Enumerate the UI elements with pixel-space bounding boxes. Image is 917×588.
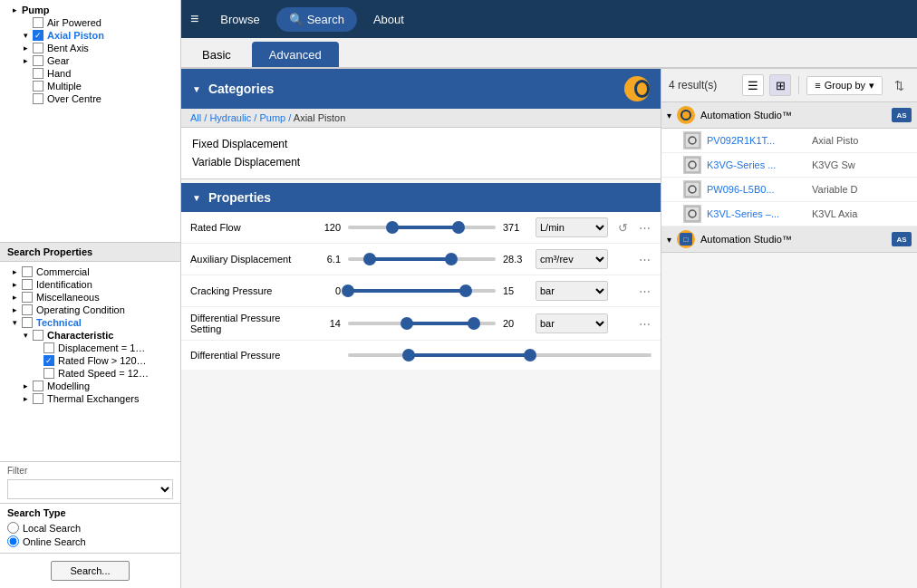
category-item-fixed[interactable]: Fixed Displacement [192,135,650,153]
checkbox-axial-piston[interactable] [33,30,43,41]
tree-expand-thermal-exchangers[interactable]: ▸ [20,393,31,404]
checkbox-displacement[interactable] [43,342,54,353]
tree-item-identification[interactable]: ▸ Identification [0,278,180,291]
browse-nav-button[interactable]: Browse [208,7,272,32]
about-nav-button[interactable]: About [361,7,417,32]
tree-item-axial-piston[interactable]: ▾ Axial Piston [0,29,180,42]
tree-item-rated-flow[interactable]: Rated Flow > 120 L/m [0,354,180,367]
category-item-variable[interactable]: Variable Displacement [192,153,650,171]
slider-thumb-left-rated-flow[interactable] [386,221,399,234]
slider-thumb-right-aux[interactable] [445,253,458,265]
slider-thumb-right-diff[interactable] [468,317,480,330]
online-search-input[interactable] [7,535,19,547]
tree-item-gear[interactable]: ▸ Gear [0,54,180,67]
checkbox-commercial[interactable] [22,266,33,277]
breadcrumb-pump[interactable]: Pump [259,112,285,123]
result-item-k3vl[interactable]: K3VL-Series –... K3VL Axia [661,202,917,227]
tree-item-multiple[interactable]: Multiple [0,80,180,92]
result-item-pw096[interactable]: PW096-L5B0... Variable D [661,178,917,202]
result-item-pv092[interactable]: PV092R1K1T... Axial Pisto [661,129,917,153]
tree-expand-pump[interactable]: ▸ [9,5,20,15]
slider-rated-flow[interactable] [348,218,496,236]
breadcrumb-all[interactable]: All [190,112,201,123]
checkbox-gear[interactable] [33,55,43,66]
checkbox-technical[interactable] [22,317,33,328]
tree-expand-miscellaneous[interactable]: ▸ [9,292,20,303]
slider-diff-pressure[interactable] [348,346,652,364]
slider-aux-displacement[interactable] [348,250,496,268]
unit-select-rated-flow[interactable]: L/min [536,217,608,237]
checkbox-multiple[interactable] [33,81,43,92]
tree-item-miscellaneous[interactable]: ▸ Miscellaneous [0,291,180,304]
more-icon-aux[interactable]: ⋯ [637,253,652,266]
more-icon-rated-flow[interactable]: ⋯ [637,221,652,235]
tab-advanced[interactable]: Advanced [252,42,339,67]
slider-thumb-right-cracking[interactable] [459,284,472,297]
checkbox-modelling[interactable] [33,381,43,391]
local-search-radio[interactable]: Local Search [7,522,173,534]
result-name-pw096[interactable]: PW096-L5B0... [707,184,806,195]
tree-item-rated-speed[interactable]: Rated Speed = 1200 [0,367,180,380]
slider-diff-pressure-setting[interactable] [348,314,496,333]
tree-item-displacement[interactable]: Displacement = 100 ( [0,342,180,354]
list-view-button[interactable]: ☰ [742,74,764,96]
refresh-icon-aux[interactable]: ↺ [615,253,630,266]
tree-expand-axial-piston[interactable]: ▾ [20,30,31,41]
slider-thumb-left-dp[interactable] [402,349,415,361]
tree-expand-gear[interactable]: ▸ [20,55,31,66]
sort-button[interactable]: ⇅ [888,74,910,96]
slider-thumb-right-dp[interactable] [524,349,536,361]
tree-item-pump[interactable]: ▸ Pump [0,4,180,16]
unit-select-cracking-pressure[interactable]: bar [536,281,608,301]
tree-item-hand[interactable]: Hand [0,67,180,80]
slider-thumb-right-rated-flow[interactable] [452,221,465,234]
tree-item-thermal-exchangers[interactable]: ▸ Thermal Exchangers [0,392,180,405]
result-name-k3vl[interactable]: K3VL-Series –... [707,208,806,219]
tree-item-air-powered[interactable]: Air Powered [0,16,180,29]
search-button[interactable]: Search... [51,561,129,581]
tree-item-technical[interactable]: ▾ Technical [0,316,180,329]
tree-item-operating-condition[interactable]: ▸ Operating Condition [0,304,180,316]
checkbox-thermal-exchangers[interactable] [33,393,43,404]
tree-item-commercial[interactable]: ▸ Commercial [0,265,180,278]
tree-expand-identification[interactable]: ▸ [9,279,20,290]
refresh-icon-cracking[interactable]: ↺ [615,284,630,298]
categories-triangle-icon[interactable]: ▼ [192,84,201,94]
checkbox-operating-condition[interactable] [22,304,33,315]
checkbox-over-centre[interactable] [33,93,43,104]
hamburger-icon[interactable]: ≡ [190,11,198,27]
online-search-radio[interactable]: Online Search [7,535,173,547]
tree-expand-operating-condition[interactable]: ▸ [9,304,20,315]
refresh-icon-rated-flow[interactable]: ↺ [615,221,630,235]
more-icon-cracking[interactable]: ⋯ [637,284,652,298]
tree-item-bent-axis[interactable]: ▸ Bent Axis [0,42,180,54]
result-name-k3vg[interactable]: K3VG-Series ... [707,159,806,170]
checkbox-bent-axis[interactable] [33,43,43,53]
properties-triangle-icon[interactable]: ▼ [192,193,201,203]
tree-expand-technical[interactable]: ▾ [9,317,20,328]
breadcrumb-hydraulic[interactable]: Hydraulic [209,112,251,123]
slider-thumb-left-diff[interactable] [401,317,413,330]
group-by-button[interactable]: ≡ Group by ▾ [806,76,883,95]
checkbox-air-powered[interactable] [33,17,43,28]
result-name-pv092[interactable]: PV092R1K1T... [707,135,806,146]
tree-expand-characteristic[interactable]: ▾ [20,330,31,341]
grid-view-button[interactable]: ⊞ [769,74,791,96]
filter-select[interactable] [7,479,173,499]
more-icon-diff[interactable]: ⋯ [637,317,652,331]
checkbox-characteristic[interactable] [33,330,43,341]
tree-expand-modelling[interactable]: ▸ [20,381,31,391]
local-search-input[interactable] [7,522,19,534]
checkbox-rated-flow[interactable] [43,355,54,366]
checkbox-identification[interactable] [22,279,33,290]
result-item-k3vg[interactable]: K3VG-Series ... K3VG Sw [661,153,917,178]
tree-item-characteristic[interactable]: ▾ Characteristic [0,329,180,342]
slider-thumb-left-aux[interactable] [363,253,376,265]
tree-expand-commercial[interactable]: ▸ [9,266,20,277]
tree-item-modelling[interactable]: ▸ Modelling [0,380,180,392]
unit-select-diff-pressure-setting[interactable]: bar [536,313,608,333]
checkbox-hand[interactable] [33,68,43,79]
checkbox-miscellaneous[interactable] [22,292,33,303]
tree-item-over-centre[interactable]: Over Centre [0,92,180,105]
checkbox-rated-speed[interactable] [43,368,54,379]
